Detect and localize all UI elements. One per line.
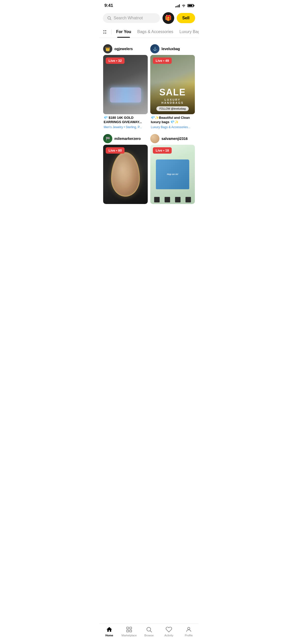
feed-card-ogjewelers[interactable]: ogjewelers Live • 32 💎 $180 14K GOLD EAR… <box>103 43 148 130</box>
easter-truck <box>156 159 189 189</box>
jewelry-box-4 <box>185 197 191 202</box>
search-container: Search Whatnot 🎁 Sell <box>99 10 199 26</box>
sale-sub-text: LUXURY HANDBAGS <box>153 98 192 104</box>
live-badge-salvamenji2316: Live • 18 <box>153 147 172 154</box>
seller-name-salvamenji2316: salvamenji2316 <box>161 137 188 141</box>
card-desc-ogjewelers: 💎 $180 14K GOLD EARRINGS GIVEAWAY... Men… <box>103 114 148 130</box>
jewelry-box-3 <box>175 197 181 202</box>
wifi-icon <box>181 4 186 7</box>
svg-line-1 <box>110 19 111 20</box>
tab-bags-accessories[interactable]: Bags & Accessories <box>134 26 176 38</box>
search-placeholder-text: Search Whatnot <box>114 16 143 20</box>
card-header: salvamenji2316 <box>150 133 195 145</box>
card-category-ogjewelers: Men's Jewelry • Sterling, P... <box>104 125 147 129</box>
avatar-ogjewelers <box>103 44 112 53</box>
seller-name-milemarkerzero: milemarkerzero <box>114 137 141 141</box>
avatar-leveluxbag <box>150 44 159 53</box>
sell-button[interactable]: Sell <box>177 13 195 23</box>
status-time: 9:41 <box>104 3 113 8</box>
jewelry-box-2 <box>165 197 170 202</box>
status-icons <box>175 4 194 7</box>
tab-divider <box>111 29 112 34</box>
jewelry-box-1 <box>154 197 160 202</box>
card-header: milemarkerzero <box>103 133 148 145</box>
battery-icon <box>187 4 194 7</box>
card-image-leveluxbag: SALE LUXURY HANDBAGS FOLLOW @leveluxbag … <box>150 55 195 114</box>
card-category-leveluxbag: Luxury Bags & Accessories... <box>151 125 194 129</box>
tabs-container: For You Bags & Accessories Luxury Bags <box>99 26 199 38</box>
live-badge-milemarkerzero: Live • 80 <box>106 147 125 154</box>
tab-luxury-bags[interactable]: Luxury Bags <box>176 26 199 38</box>
grid-dots-icon[interactable] <box>102 28 108 36</box>
seller-name-ogjewelers: ogjewelers <box>114 47 133 51</box>
cameo-shape <box>111 152 140 197</box>
seller-name-leveluxbag: leveluxbag <box>161 47 180 51</box>
feed-card-salvamenji2316[interactable]: salvamenji2316 Live • 18 <box>150 133 195 204</box>
avatar-salvamenji2316 <box>150 134 159 143</box>
sale-overlay: SALE LUXURY HANDBAGS FOLLOW @leveluxbag <box>150 82 195 114</box>
live-badge-ogjewelers: Live • 32 <box>106 57 125 64</box>
tab-for-you[interactable]: For You <box>113 26 134 38</box>
card-title-ogjewelers: 💎 $180 14K GOLD EARRINGS GIVEAWAY... <box>104 116 147 124</box>
live-badge-leveluxbag: Live • 49 <box>153 57 172 64</box>
card-header: leveluxbag <box>150 43 195 55</box>
card-image-salvamenji2316: Live • 18 <box>150 145 195 204</box>
jewelry-items <box>150 195 195 204</box>
card-image-ogjewelers: Live • 32 <box>103 55 148 114</box>
card-desc-leveluxbag: 💎✨Beautiful and Clean luxury bags 💎✨ Lux… <box>150 114 195 130</box>
feed-grid: ogjewelers Live • 32 💎 $180 14K GOLD EAR… <box>99 38 199 209</box>
status-bar: 9:41 <box>99 0 199 10</box>
svg-point-0 <box>108 17 111 19</box>
signal-icon <box>175 4 180 7</box>
gift-button[interactable]: 🎁 <box>162 12 174 24</box>
card-title-leveluxbag: 💎✨Beautiful and Clean luxury bags 💎✨ <box>151 116 194 124</box>
gift-icon: 🎁 <box>165 15 172 21</box>
card-image-milemarkerzero: Live • 80 <box>103 145 148 204</box>
avatar-milemarkerzero <box>103 134 112 143</box>
feed-card-milemarkerzero[interactable]: milemarkerzero Live • 80 <box>103 133 148 204</box>
follow-pill: FOLLOW @leveluxbag <box>156 106 189 111</box>
search-icon <box>107 16 112 20</box>
search-bar[interactable]: Search Whatnot <box>103 13 160 23</box>
feed-card-leveluxbag[interactable]: leveluxbag SALE LUXURY HANDBAGS FOLLOW @… <box>150 43 195 130</box>
card-header: ogjewelers <box>103 43 148 55</box>
sale-text: SALE <box>153 87 192 98</box>
